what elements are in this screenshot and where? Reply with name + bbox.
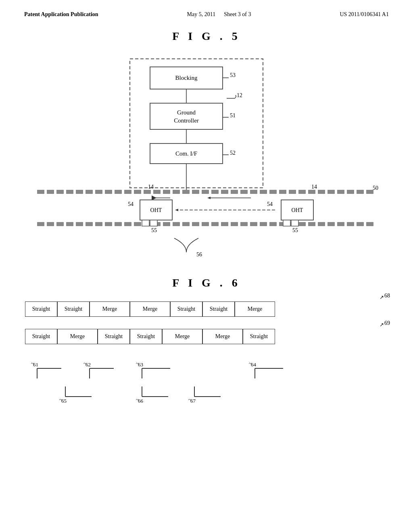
ref-68: 68: [384, 293, 390, 299]
svg-text:Blocking: Blocking: [175, 75, 198, 81]
svg-text:~: ~: [249, 360, 252, 366]
ref-69-arrow: ↗: [380, 322, 384, 328]
svg-text:51: 51: [230, 112, 236, 118]
legend-area: 61 ~ 62 ~ 63 ~ 64 ~: [25, 356, 388, 405]
svg-text:~: ~: [188, 397, 191, 403]
seg-cell-r1-6: Straight: [202, 301, 235, 317]
header-date: May 5, 2011 Sheet 3 of 3: [187, 11, 251, 18]
svg-rect-8: [150, 103, 223, 129]
ref-69: 69: [384, 320, 390, 326]
svg-text:~: ~: [59, 397, 62, 403]
page-header: Patent Application Publication May 5, 20…: [0, 0, 413, 22]
svg-text:Com.  I/F: Com. I/F: [175, 150, 197, 157]
svg-text:Ground: Ground: [177, 109, 196, 116]
svg-text:14: 14: [311, 184, 317, 190]
ref-68-arrow: ↗: [380, 294, 384, 301]
legend-svg: 61 ~ 62 ~ 63 ~ 64 ~: [25, 356, 388, 405]
svg-text:55: 55: [292, 227, 298, 233]
header-publication-label: Patent Application Publication: [24, 11, 98, 18]
fig5-svg: Blocking 53 12 Ground Controller 51 Com.…: [25, 55, 388, 260]
svg-rect-35: [142, 220, 149, 226]
seg-cell-r1-7: Merge: [235, 301, 275, 317]
fig6-row2: 69 ↗ Straight Merge Straight Straight Me…: [25, 329, 388, 344]
svg-rect-36: [150, 220, 157, 226]
svg-text:Controller: Controller: [174, 117, 199, 124]
seg-cell-r2-7: Straight: [243, 329, 275, 344]
seg-cell-r1-3: Merge: [90, 301, 130, 317]
svg-text:50: 50: [373, 185, 378, 191]
fig6-area: 68 ↗ Straight Straight Merge Merge Strai…: [25, 301, 388, 405]
seg-cell-r2-5: Merge: [162, 329, 202, 344]
svg-text:OHT: OHT: [150, 207, 162, 213]
seg-cell-r2-6: Merge: [202, 329, 243, 344]
svg-text:52: 52: [230, 150, 236, 156]
svg-text:54: 54: [128, 201, 133, 207]
svg-text:56: 56: [196, 251, 202, 258]
seg-cell-r1-4: Merge: [130, 301, 170, 317]
seg-cell-r2-1: Straight: [25, 329, 57, 344]
fig6-title: F I G . 6: [0, 276, 413, 289]
fig6-row1: 68 ↗ Straight Straight Merge Merge Strai…: [25, 301, 388, 317]
svg-marker-28: [175, 209, 178, 211]
fig5-diagram: Blocking 53 12 Ground Controller 51 Com.…: [25, 55, 388, 260]
svg-text:53: 53: [230, 72, 236, 78]
seg-cell-r2-4: Straight: [130, 329, 162, 344]
svg-rect-39: [291, 220, 298, 226]
svg-text:~: ~: [136, 360, 139, 366]
seg-cell-r2-3: Straight: [98, 329, 130, 344]
seg-cell-r1-5: Straight: [170, 301, 202, 317]
page: Patent Application Publication May 5, 20…: [0, 0, 413, 532]
svg-text:~: ~: [136, 397, 139, 403]
seg-row-2: Straight Merge Straight Straight Merge M…: [25, 329, 388, 344]
svg-text:55: 55: [151, 227, 157, 233]
svg-text:~: ~: [83, 360, 86, 366]
svg-text:OHT: OHT: [292, 207, 303, 213]
seg-cell-r1-2: Straight: [57, 301, 90, 317]
svg-text:~: ~: [31, 360, 34, 366]
seg-row-1: Straight Straight Merge Merge Straight S…: [25, 301, 388, 317]
svg-text:54: 54: [267, 201, 273, 207]
svg-text:14: 14: [148, 184, 154, 190]
svg-text:12: 12: [237, 92, 242, 98]
svg-marker-26: [207, 197, 211, 199]
seg-cell-r2-2: Merge: [57, 329, 98, 344]
fig5-title: F I G . 5: [0, 30, 413, 43]
header-patent-number: US 2011/0106341 A1: [340, 11, 389, 18]
seg-cell-r1-1: Straight: [25, 301, 57, 317]
svg-rect-38: [283, 220, 290, 226]
